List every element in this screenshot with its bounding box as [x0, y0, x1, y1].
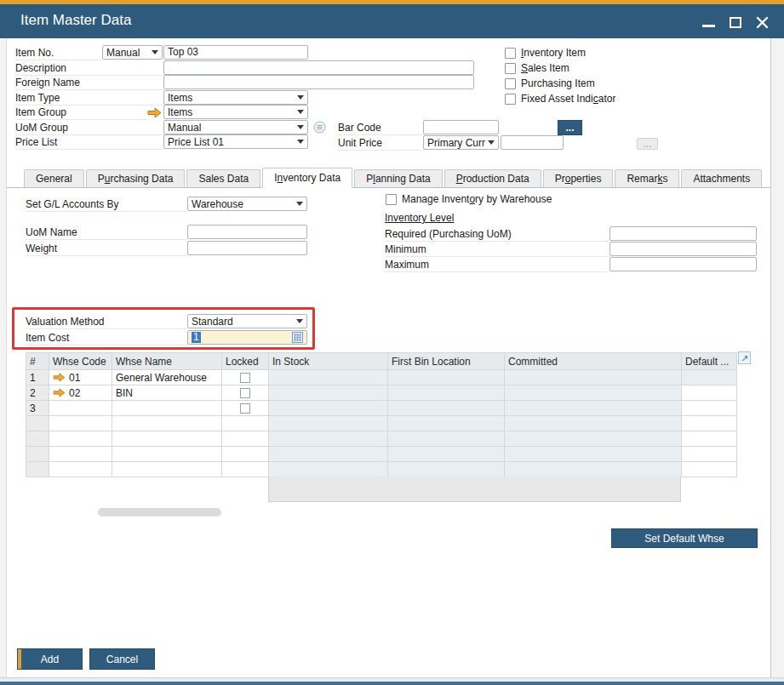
add-button[interactable]: Add — [17, 648, 83, 670]
required-input[interactable] — [609, 226, 757, 241]
item-cost-label: Item Cost — [26, 331, 187, 345]
unit-price-input[interactable] — [501, 135, 564, 150]
tab-inventory-data[interactable]: Inventory Data — [262, 168, 352, 187]
whse-code-cell[interactable] — [49, 401, 112, 416]
window-right-edge — [770, 38, 784, 677]
table-row: 1 01 General Warehouse — [26, 370, 737, 385]
horizontal-scrollbar[interactable] — [98, 508, 221, 517]
manage-inventory-checkbox[interactable] — [386, 194, 397, 205]
row-num[interactable]: 2 — [26, 385, 49, 401]
description-input[interactable] — [163, 60, 474, 75]
whse-code-cell[interactable]: 02 — [49, 385, 112, 401]
uom-name-label: UoM Name — [26, 225, 187, 240]
set-gl-accounts-combo[interactable]: Warehouse — [187, 197, 307, 211]
chevron-down-icon — [297, 140, 304, 144]
uom-settings-icon[interactable] — [313, 121, 326, 134]
item-type-label: Item Type — [15, 91, 163, 106]
col-header-in-stock[interactable]: In Stock — [269, 353, 388, 370]
link-arrow-icon[interactable] — [147, 107, 162, 118]
price-list-combo[interactable]: Price List 01 — [163, 134, 308, 149]
item-group-label: Item Group — [15, 106, 148, 120]
window-title: Item Master Data — [20, 12, 131, 29]
purchasing-item-checkbox[interactable] — [505, 78, 516, 89]
locked-cell — [222, 370, 269, 385]
col-header-locked[interactable]: Locked — [222, 353, 269, 370]
committed-cell — [505, 370, 682, 385]
col-header-first-bin[interactable]: First Bin Location — [388, 353, 505, 370]
foreign-name-label: Foreign Name — [15, 76, 163, 90]
maximize-icon[interactable] — [730, 17, 741, 28]
titlebar[interactable]: Item Master Data — [0, 4, 784, 38]
unit-price-more-button[interactable]: ... — [637, 138, 658, 150]
table-row-empty — [26, 416, 737, 431]
table-summary-strip — [268, 477, 681, 502]
inventory-level-heading: Inventory Level — [385, 211, 454, 225]
whse-code-cell[interactable]: 01 — [49, 370, 112, 385]
unit-price-label: Unit Price — [338, 136, 423, 151]
link-arrow-icon[interactable] — [53, 388, 66, 397]
table-row-empty — [26, 431, 737, 447]
description-label: Description — [15, 61, 163, 76]
tab-sales-data[interactable]: Sales Data — [186, 169, 260, 187]
warehouse-table: # Whse Code Whse Name Locked In Stock Fi… — [26, 352, 737, 477]
bar-code-input[interactable] — [423, 120, 499, 134]
maximum-input[interactable] — [609, 257, 757, 271]
purchasing-item-label: Purchasing Item — [521, 77, 595, 91]
link-arrow-icon[interactable] — [53, 373, 66, 382]
whse-name-cell[interactable]: General Warehouse — [112, 370, 222, 385]
tab-production-data[interactable]: Production Data — [444, 169, 541, 187]
minimum-input[interactable] — [609, 242, 757, 256]
cancel-button[interactable]: Cancel — [89, 648, 155, 670]
col-header-whse-name[interactable]: Whse Name — [112, 353, 222, 370]
col-header-default[interactable]: Default ... — [682, 353, 737, 370]
uom-name-input[interactable] — [187, 225, 307, 239]
tab-remarks[interactable]: Remarks — [615, 169, 679, 187]
sales-item-label: Sales Item — [521, 61, 569, 76]
foreign-name-input[interactable] — [163, 75, 474, 89]
tab-purchasing-data[interactable]: Purchasing Data — [86, 169, 186, 187]
table-row: 2 02 BIN — [26, 385, 737, 401]
fixed-asset-checkbox[interactable] — [505, 94, 516, 105]
calculator-icon[interactable] — [292, 332, 303, 343]
locked-checkbox[interactable] — [240, 388, 250, 398]
minimize-icon[interactable] — [702, 25, 715, 27]
uom-group-combo[interactable]: Manual — [163, 120, 308, 134]
inventory-item-checkbox[interactable] — [505, 48, 516, 59]
item-cost-input[interactable]: 1 — [187, 330, 307, 345]
tab-properties[interactable]: Properties — [543, 169, 614, 187]
tab-planning-data[interactable]: Planning Data — [354, 169, 442, 187]
whse-name-cell[interactable] — [112, 401, 222, 416]
set-default-whse-button[interactable]: Set Default Whse — [611, 528, 758, 548]
expand-table-icon[interactable]: ↗ — [738, 351, 751, 364]
window-bottom-edge — [0, 677, 784, 685]
required-label: Required (Purchasing UoM) — [385, 227, 609, 242]
item-no-input[interactable]: Top 03 — [163, 45, 308, 60]
item-cost-value: 1 — [192, 332, 201, 343]
locked-checkbox[interactable] — [240, 403, 250, 414]
row-num[interactable]: 1 — [26, 370, 49, 385]
chevron-down-icon — [297, 95, 304, 100]
item-type-combo[interactable]: Items — [163, 90, 308, 105]
locked-cell — [222, 401, 269, 416]
bar-code-more-button[interactable]: ... — [558, 120, 582, 135]
sales-item-checkbox[interactable] — [505, 63, 516, 74]
item-no-type-combo[interactable]: Manual — [102, 45, 163, 60]
default-cell — [682, 401, 737, 416]
committed-cell — [505, 385, 682, 401]
chevron-down-icon — [296, 202, 303, 206]
whse-name-cell[interactable]: BIN — [112, 385, 222, 401]
unit-price-currency-combo[interactable]: Primary Currer — [423, 135, 499, 150]
row-num[interactable]: 3 — [26, 401, 49, 416]
valuation-method-combo[interactable]: Standard — [187, 314, 307, 328]
default-cell — [682, 385, 737, 401]
weight-input[interactable] — [187, 241, 307, 255]
tab-general[interactable]: General — [24, 169, 84, 187]
col-header-committed[interactable]: Committed — [505, 353, 682, 370]
chevron-down-icon — [297, 125, 304, 129]
col-header-whse-code[interactable]: Whse Code — [49, 353, 112, 370]
item-group-combo[interactable]: Items — [163, 105, 308, 119]
close-icon[interactable] — [756, 16, 769, 29]
col-header-num[interactable]: # — [26, 353, 49, 370]
locked-checkbox[interactable] — [240, 373, 250, 383]
tab-attachments[interactable]: Attachments — [681, 169, 762, 187]
